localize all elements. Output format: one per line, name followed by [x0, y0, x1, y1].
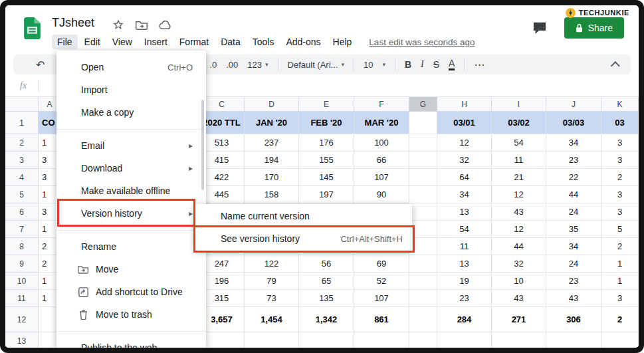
cell-G13[interactable]: [409, 332, 437, 348]
row-header-10[interactable]: 10: [5, 273, 39, 290]
cell-C13[interactable]: [199, 332, 245, 348]
cell-C4[interactable]: 422: [199, 169, 245, 186]
sheets-logo-icon[interactable]: [24, 17, 41, 42]
cell-H7[interactable]: 54: [437, 221, 492, 238]
row-header-4[interactable]: 4: [5, 169, 39, 186]
file-menu-item-make-a-copy[interactable]: Make a copy: [56, 101, 206, 124]
cell-J10[interactable]: 23: [546, 273, 601, 290]
cell-J11[interactable]: 43: [546, 290, 601, 307]
cell-G10[interactable]: [409, 273, 437, 290]
cell-I8[interactable]: 44: [492, 238, 546, 255]
cell-D11[interactable]: 73: [245, 290, 299, 307]
last-edit-link[interactable]: Last edit was seconds ago: [369, 37, 475, 47]
row-header-1[interactable]: 1: [5, 112, 39, 134]
cell-C1[interactable]: 2020 TTL: [199, 112, 245, 134]
cell-E3[interactable]: 155: [299, 152, 354, 169]
cell-K7[interactable]: 5: [601, 221, 639, 238]
row-header-13[interactable]: 13: [5, 332, 39, 348]
menubar-tools[interactable]: Tools: [247, 35, 280, 49]
folder-move-icon[interactable]: [136, 21, 148, 33]
cell-J8[interactable]: 34: [546, 238, 601, 255]
cell-I9[interactable]: 32: [492, 255, 546, 273]
text-color-button[interactable]: A: [449, 59, 455, 70]
cell-H4[interactable]: 64: [437, 169, 492, 186]
row-header-5[interactable]: 5: [5, 186, 39, 203]
menubar-file[interactable]: File: [52, 35, 78, 49]
decrease-decimal-button[interactable]: .0: [209, 60, 217, 70]
cell-K4[interactable]: 2: [601, 169, 639, 186]
cell-C12[interactable]: 3,657: [199, 307, 245, 332]
undo-icon[interactable]: ↶: [36, 59, 45, 71]
column-header-E[interactable]: E: [299, 97, 354, 112]
cell-E4[interactable]: 145: [299, 169, 354, 186]
cell-C3[interactable]: 415: [199, 152, 245, 169]
cell-F1[interactable]: MAR '20: [354, 112, 409, 134]
cell-F2[interactable]: 100: [354, 134, 409, 152]
cell-G7[interactable]: [409, 221, 437, 238]
cell-F13[interactable]: [354, 332, 409, 348]
cell-I6[interactable]: 43: [492, 203, 546, 221]
cell-E12[interactable]: 1,342: [299, 307, 354, 332]
cloud-check-icon[interactable]: [158, 21, 171, 33]
cell-D10[interactable]: 79: [245, 273, 299, 290]
cell-F9[interactable]: 69: [354, 255, 409, 273]
cell-I5[interactable]: 12: [492, 186, 546, 203]
cell-I13[interactable]: [492, 332, 546, 348]
cell-I10[interactable]: 10: [492, 273, 546, 290]
cell-I3[interactable]: 11: [492, 152, 546, 169]
row-header-11[interactable]: 11: [5, 290, 39, 307]
star-icon[interactable]: [113, 19, 124, 33]
column-header-K[interactable]: K: [601, 97, 639, 112]
cell-H11[interactable]: 23: [437, 290, 492, 307]
cell-H3[interactable]: 32: [437, 152, 492, 169]
cell-G4[interactable]: [409, 169, 437, 186]
cell-E10[interactable]: 65: [299, 273, 354, 290]
grid-corner-cell[interactable]: [5, 97, 39, 112]
cell-J9[interactable]: 24: [546, 255, 601, 273]
cell-H12[interactable]: 284: [437, 307, 492, 332]
cell-K1[interactable]: 03: [601, 112, 639, 134]
row-header-2[interactable]: 2: [5, 134, 39, 152]
column-header-C[interactable]: C: [199, 97, 245, 112]
menubar-add-ons[interactable]: Add-ons: [280, 35, 326, 49]
cell-F10[interactable]: 52: [354, 273, 409, 290]
cell-J12[interactable]: 306: [546, 307, 601, 332]
file-menu-item-version-history[interactable]: Version history▸: [56, 202, 206, 225]
cell-C2[interactable]: 513: [199, 134, 245, 152]
menubar-insert[interactable]: Insert: [139, 35, 173, 49]
cell-E13[interactable]: [299, 332, 354, 348]
cell-E9[interactable]: 56: [299, 255, 354, 273]
cell-H8[interactable]: 11: [437, 238, 492, 255]
file-menu-item-add-shortcut-to-drive[interactable]: Add shortcut to Drive: [56, 281, 206, 303]
cell-H10[interactable]: 19: [437, 273, 492, 290]
cell-K9[interactable]: 1: [601, 255, 639, 273]
cell-I12[interactable]: 271: [492, 307, 546, 332]
cell-H1[interactable]: 03/01: [437, 112, 492, 134]
cell-K8[interactable]: 2: [601, 238, 639, 255]
cell-I11[interactable]: 43: [492, 290, 546, 307]
cell-H6[interactable]: 13: [437, 203, 492, 221]
cell-F4[interactable]: 107: [354, 169, 409, 186]
cell-D1[interactable]: JAN '20: [245, 112, 299, 134]
cell-J3[interactable]: 23: [546, 152, 601, 169]
number-format-button[interactable]: 123▾: [247, 60, 268, 70]
submenu-item-see-version-history[interactable]: See version historyCtrl+Alt+Shift+H: [195, 227, 412, 250]
cell-J4[interactable]: 22: [546, 169, 601, 186]
submenu-item-name-current-version[interactable]: Name current version: [195, 205, 412, 227]
column-header-H[interactable]: H: [437, 97, 492, 112]
cell-H5[interactable]: 34: [437, 186, 492, 203]
increase-decimal-button[interactable]: .00: [226, 60, 238, 70]
cell-J5[interactable]: 44: [546, 186, 601, 203]
row-header-12[interactable]: 12: [5, 307, 39, 332]
cell-D2[interactable]: 237: [245, 134, 299, 152]
column-header-J[interactable]: J: [546, 97, 601, 112]
cell-G6[interactable]: [409, 203, 437, 221]
cell-H9[interactable]: 13: [437, 255, 492, 273]
menubar-data[interactable]: Data: [215, 35, 246, 49]
cell-C5[interactable]: 445: [199, 186, 245, 203]
cell-G12[interactable]: [409, 307, 437, 332]
document-title[interactable]: TJsheet: [52, 16, 94, 30]
bold-button[interactable]: B: [405, 59, 411, 70]
cell-J6[interactable]: 24: [546, 203, 601, 221]
strikethrough-button[interactable]: S: [433, 59, 439, 70]
